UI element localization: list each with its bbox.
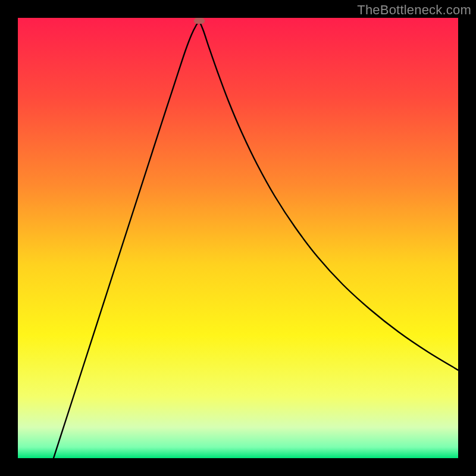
gradient-background	[18, 18, 458, 458]
chart-plot-area	[18, 18, 458, 458]
minimum-marker	[194, 18, 205, 24]
chart-svg	[18, 18, 458, 458]
chart-frame: TheBottleneck.com	[0, 0, 476, 476]
watermark-text: TheBottleneck.com	[357, 2, 471, 18]
